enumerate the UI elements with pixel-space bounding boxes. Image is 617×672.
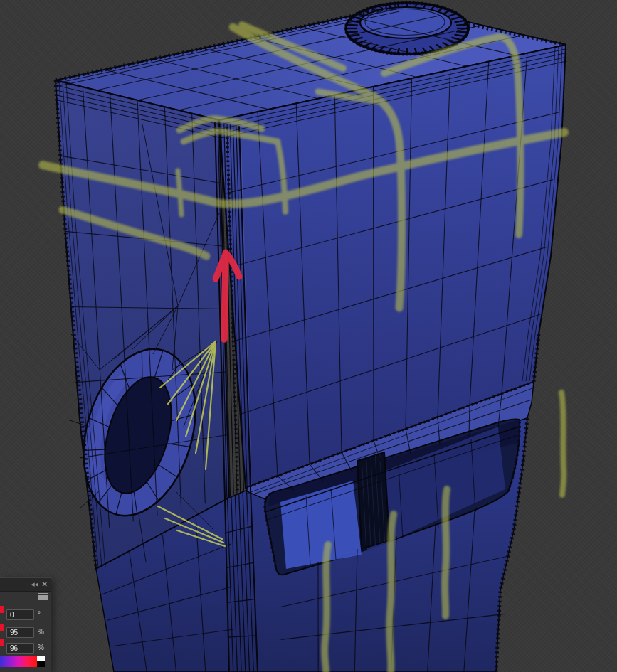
hue-slider-tip[interactable] <box>0 606 4 613</box>
swatch-column <box>37 656 45 667</box>
spectrum-row <box>0 656 45 667</box>
color-panel: ◀◀ ✕ ° % % <box>0 577 51 672</box>
brightness-row: % <box>0 643 51 654</box>
color-spectrum-ramp[interactable] <box>0 656 37 667</box>
saturation-unit-label: % <box>38 628 44 636</box>
brightness-slider-tip[interactable] <box>0 639 4 646</box>
black-swatch[interactable] <box>37 661 45 667</box>
saturation-input[interactable] <box>6 627 34 638</box>
hue-row: ° <box>0 609 51 621</box>
brightness-input[interactable] <box>6 643 34 654</box>
white-swatch[interactable] <box>37 656 45 661</box>
hue-unit-label: ° <box>38 610 41 618</box>
brightness-unit-label: % <box>38 644 44 651</box>
saturation-row: % <box>0 627 51 639</box>
color-panel-header: ◀◀ ✕ <box>0 577 51 592</box>
3d-viewport[interactable] <box>0 0 617 672</box>
hue-input[interactable] <box>6 609 34 620</box>
collapse-panel-icon[interactable]: ◀◀ <box>31 582 38 587</box>
close-panel-icon[interactable]: ✕ <box>42 580 48 588</box>
panel-menu-icon[interactable] <box>38 593 48 600</box>
saturation-slider-tip[interactable] <box>0 624 4 631</box>
